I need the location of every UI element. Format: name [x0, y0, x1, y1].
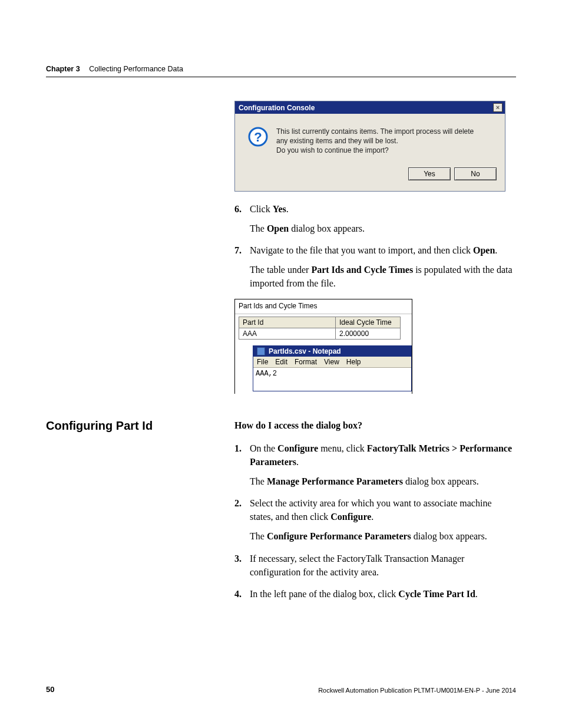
col-idealcycletime: Ideal Cycle Time — [336, 317, 401, 328]
step-7-follow: The table under Part Ids and Cycle Times… — [250, 263, 516, 290]
question-icon: ? — [248, 127, 268, 147]
notepad-titlebar: PartIds.csv - Notepad — [253, 346, 411, 357]
menu-format[interactable]: Format — [295, 358, 317, 366]
page-number: 50 — [46, 685, 54, 694]
header-rule — [46, 77, 516, 77]
menu-edit[interactable]: Edit — [275, 358, 287, 366]
step-3: If necessary, select the FactoryTalk Tra… — [234, 552, 516, 579]
table-row: AAA 2.000000 — [239, 328, 408, 340]
step-6: Click Yes. The Open dialog box appears. — [234, 202, 516, 235]
partids-table: Part Id Ideal Cycle Time AAA 2.000000 — [239, 317, 408, 340]
menu-view[interactable]: View — [324, 358, 339, 366]
notepad-title-text: PartIds.csv - Notepad — [269, 347, 341, 355]
page-footer: 50 Rockwell Automation Publication PLTMT… — [46, 685, 516, 694]
dialog-message-line: This list currently contains items. The … — [276, 127, 474, 136]
notepad-icon — [257, 347, 265, 355]
running-header: Chapter 3 Collecting Performance Data — [46, 65, 516, 73]
step-4: In the left pane of the dialog box, clic… — [234, 587, 516, 601]
notepad-menubar: File Edit Format View Help — [253, 357, 411, 368]
col-partid: Part Id — [239, 317, 336, 328]
publication-info: Rockwell Automation Publication PLTMT-UM… — [318, 687, 516, 694]
step-2-follow: The Configure Performance Parameters dia… — [250, 529, 516, 543]
dialog-title-text: Configuration Console — [239, 104, 315, 112]
notepad-window: PartIds.csv - Notepad File Edit Format V… — [253, 345, 412, 391]
notepad-body: AAA,2 — [253, 368, 411, 379]
no-button[interactable]: No — [454, 167, 497, 180]
dialog-configuration-console: Configuration Console × ? This list curr… — [234, 101, 505, 192]
dialog-message-line: any existing items and they will be lost… — [276, 136, 474, 146]
dialog-titlebar: Configuration Console × — [235, 101, 505, 114]
step-1-follow: The Manage Performance Parameters dialog… — [250, 475, 516, 488]
chapter-label: Chapter 3 — [46, 65, 80, 73]
torn-edge — [234, 394, 412, 397]
dialog-message: This list currently contains items. The … — [276, 127, 474, 156]
figure-partids-cycletimes: Part Ids and Cycle Times Part Id Ideal C… — [234, 299, 412, 397]
step-1: On the Configure menu, click FactoryTalk… — [234, 442, 516, 489]
menu-help[interactable]: Help — [346, 358, 361, 366]
side-heading: Configuring Part Id — [46, 419, 153, 433]
step-6-follow: The Open dialog box appears. — [250, 222, 516, 235]
group-label: Part Ids and Cycle Times — [235, 299, 412, 314]
step-7: Navigate to the file that you want to im… — [234, 243, 516, 291]
access-prompt: How do I access the dialog box? — [234, 420, 516, 431]
close-button[interactable]: × — [493, 103, 503, 112]
yes-button[interactable]: Yes — [408, 167, 451, 180]
menu-file[interactable]: File — [257, 358, 268, 366]
step-2: Select the activity area for which you w… — [234, 496, 516, 543]
chapter-title: Collecting Performance Data — [89, 65, 183, 73]
svg-text:?: ? — [254, 130, 262, 144]
dialog-message-line: Do you wish to continue the import? — [276, 146, 474, 155]
